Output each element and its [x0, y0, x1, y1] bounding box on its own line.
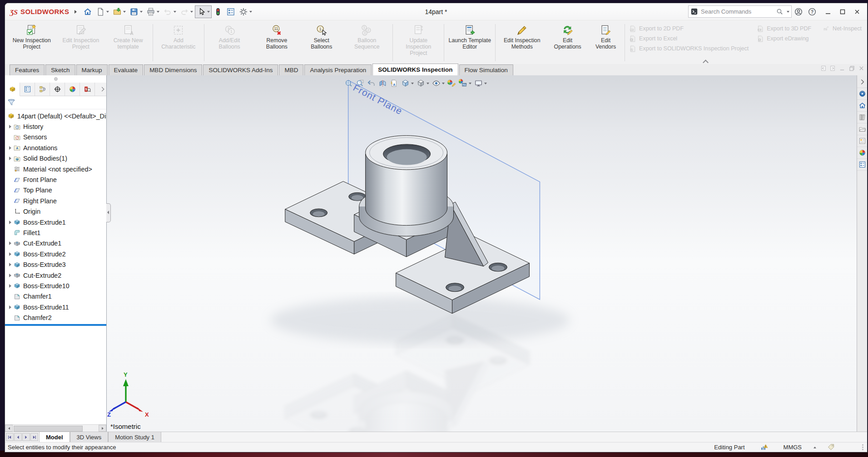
tree-item-cut-extrude2[interactable]: Cut-Extrude2	[5, 270, 106, 280]
remove-balloons-button[interactable]: 11Remove Balloons	[253, 22, 300, 64]
edit-inspection-methods-button[interactable]: Edit Inspection Methods	[497, 22, 547, 64]
dropdown-caret-icon[interactable]	[411, 83, 414, 84]
expand-caret-icon[interactable]	[7, 263, 13, 266]
command-tab-flow-simulation[interactable]: Flow Simulation	[459, 64, 513, 75]
dropdown-caret-icon[interactable]	[190, 11, 193, 13]
taskpane-solidworks-resources-button[interactable]	[857, 88, 867, 100]
select-balloons-button[interactable]: 1Select Balloons	[300, 22, 342, 64]
view-settings-button[interactable]	[473, 78, 488, 88]
doc-restore-icon[interactable]	[849, 65, 855, 71]
tree-item-annotations[interactable]: AAnnotations	[5, 143, 106, 153]
command-tab-evaluate[interactable]: Evaluate	[109, 64, 144, 75]
help-button[interactable]: ?	[805, 6, 819, 18]
tree-item-boss-extrude2[interactable]: Boss-Extrude2	[5, 249, 106, 259]
scrollbar-thumb[interactable]	[14, 426, 83, 432]
panel-tab-feature-manager[interactable]	[5, 83, 20, 96]
taskpane-file-explorer-button[interactable]	[857, 123, 867, 135]
command-tab-features[interactable]: Features	[10, 64, 45, 75]
dropdown-caret-icon[interactable]	[174, 11, 176, 13]
dropdown-caret-icon[interactable]	[123, 11, 126, 13]
new-document-button[interactable]	[94, 5, 111, 18]
ribbon-collapse-button[interactable]	[704, 59, 710, 63]
previous-view-button[interactable]	[366, 78, 377, 88]
tree-filter-row[interactable]	[5, 96, 106, 109]
panel-splitter[interactable]	[5, 75, 106, 83]
doc-close-icon[interactable]	[858, 65, 864, 71]
undo-button[interactable]	[161, 5, 178, 18]
open-document-button[interactable]	[111, 5, 128, 18]
edit-operations-button[interactable]: Edit Operations	[547, 22, 588, 64]
command-tab-markup[interactable]: Markup	[76, 64, 108, 75]
next-document-icon[interactable]	[830, 65, 836, 71]
search-dropdown-caret[interactable]	[787, 11, 789, 13]
tree-item-boss-extrude3[interactable]: Boss-Extrude3	[5, 259, 106, 270]
scroll-right-button[interactable]	[99, 425, 106, 432]
redo-button[interactable]	[178, 5, 195, 18]
save-button[interactable]	[128, 5, 144, 18]
search-input[interactable]	[700, 8, 774, 15]
command-tab-solidworks-add-ins[interactable]: SOLIDWORKS Add-Ins	[203, 64, 278, 75]
tree-item-solid-bodies-1[interactable]: Solid Bodies(1)	[5, 153, 106, 164]
doc-tab-3d-views[interactable]: 3D Views	[70, 432, 109, 442]
appearance-filter-button[interactable]	[212, 5, 224, 18]
next-tab-button[interactable]	[22, 433, 30, 441]
tree-item-origin[interactable]: Origin	[5, 206, 106, 217]
dropdown-caret-icon[interactable]	[484, 83, 487, 84]
dropdown-caret-icon[interactable]	[106, 11, 109, 13]
zoom-to-area-button[interactable]	[354, 78, 366, 88]
expand-caret-icon[interactable]	[7, 284, 13, 288]
dropdown-caret-icon[interactable]	[157, 11, 159, 13]
command-tab-mbd-dimensions[interactable]: MBD Dimensions	[144, 64, 202, 75]
dropdown-caret-icon[interactable]	[469, 83, 471, 84]
units-caret-icon[interactable]	[813, 447, 816, 448]
tree-item-right-plane[interactable]: Right Plane	[5, 196, 106, 206]
prev-tab-button[interactable]	[14, 433, 22, 441]
tree-item-chamfer1[interactable]: Chamfer1	[5, 291, 106, 302]
taskpane-view-palette-button[interactable]	[857, 135, 867, 147]
hide-show-items-button[interactable]	[431, 78, 446, 88]
edit-appearance-button[interactable]	[446, 78, 457, 88]
new-inspection-project-button[interactable]: New Inspection Project	[7, 22, 56, 64]
resize-grip-icon[interactable]	[862, 444, 863, 450]
account-button[interactable]	[792, 6, 805, 18]
expand-caret-icon[interactable]	[7, 221, 13, 224]
display-pane-button[interactable]	[224, 5, 237, 18]
doc-tab-motion-study-1[interactable]: Motion Study 1	[108, 432, 161, 442]
taskpane-custom-properties-button[interactable]	[857, 159, 867, 171]
close-button[interactable]	[850, 5, 864, 18]
previous-document-icon[interactable]	[820, 65, 826, 71]
panel-tab-dimxpert-manager[interactable]	[50, 83, 65, 96]
expand-caret-icon[interactable]	[7, 157, 13, 160]
panel-collapse-handle[interactable]	[106, 203, 111, 222]
annotation-visibility-button[interactable]: A	[388, 78, 400, 88]
scroll-left-button[interactable]	[5, 425, 13, 432]
tree-item-fillet1[interactable]: Fillet1	[5, 227, 106, 238]
expand-caret-icon[interactable]	[7, 274, 13, 277]
edit-vendors-button[interactable]: Edit Vendors	[588, 22, 623, 64]
apply-scene-button[interactable]	[457, 78, 473, 88]
panel-tab-display-manager[interactable]	[65, 83, 80, 96]
tree-item-history[interactable]: History	[5, 121, 106, 132]
display-style-button[interactable]	[415, 78, 431, 88]
doc-tab-model[interactable]: Model	[39, 432, 70, 442]
panel-tab-property-manager[interactable]	[20, 83, 35, 96]
taskpane-design-library-button[interactable]	[857, 112, 867, 123]
select-cursor-button[interactable]	[195, 5, 212, 18]
tree-item-boss-extrude11[interactable]: Boss-Extrude11	[5, 302, 106, 312]
dropdown-caret-icon[interactable]	[442, 83, 445, 84]
minimize-button[interactable]	[821, 5, 835, 18]
taskpane-appearances-scenes-button[interactable]	[857, 147, 867, 159]
first-tab-button[interactable]	[6, 433, 14, 441]
command-tab-sketch[interactable]: Sketch	[45, 64, 75, 75]
graphics-area[interactable]: Front Plane	[107, 75, 857, 432]
expand-caret-icon[interactable]	[7, 241, 13, 245]
tree-item-boss-extrude10[interactable]: Boss-Extrude10	[5, 280, 106, 291]
expand-caret-icon[interactable]	[7, 125, 13, 128]
model-scene[interactable]: Front Plane	[107, 75, 857, 432]
search-icon[interactable]	[776, 8, 784, 15]
doc-minimize-icon[interactable]	[839, 65, 845, 71]
expand-caret-icon[interactable]	[7, 305, 13, 309]
command-tab-analysis-preparation[interactable]: Analysis Preparation	[304, 64, 372, 75]
command-tab-solidworks-inspection[interactable]: SOLIDWORKS Inspection	[372, 64, 458, 75]
search-commands-box[interactable]	[688, 5, 792, 18]
